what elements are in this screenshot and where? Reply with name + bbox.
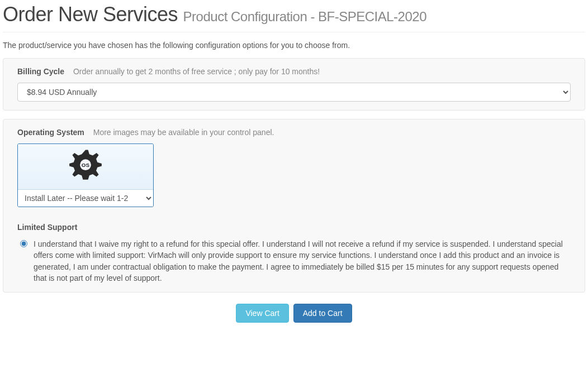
support-label: Limited Support — [17, 223, 571, 232]
page-title-main: Order New Services — [3, 3, 178, 26]
os-card: OS Install Later -- Please wait 1-2 — [17, 143, 154, 207]
divider — [3, 32, 585, 32]
gear-os-icon: OS — [61, 146, 110, 188]
billing-panel: Billing Cycle Order annually to get 2 mo… — [3, 58, 585, 111]
os-select[interactable]: Install Later -- Please wait 1-2 — [18, 190, 153, 207]
support-agree-radio[interactable] — [20, 240, 27, 247]
os-hint: More images may be available in your con… — [93, 128, 274, 137]
os-image-area: OS — [18, 144, 153, 190]
page-subtitle: Product Configuration - BF-SPECIAL-2020 — [183, 9, 426, 24]
view-cart-button[interactable]: View Cart — [236, 304, 288, 323]
page-title: Order New Services Product Configuration… — [3, 3, 585, 26]
billing-cycle-select[interactable]: $8.94 USD Annually — [17, 83, 571, 102]
billing-hint: Order annually to get 2 months of free s… — [73, 67, 320, 76]
svg-text:OS: OS — [82, 162, 90, 168]
os-label: Operating System — [17, 128, 84, 137]
config-panel: Operating System More images may be avai… — [3, 119, 585, 293]
support-agreement-text: I understand that I waive my right to a … — [34, 238, 571, 284]
support-agreement-row: I understand that I waive my right to a … — [17, 238, 571, 284]
billing-label: Billing Cycle — [17, 67, 64, 76]
intro-text: The product/service you have chosen has … — [3, 41, 585, 50]
actions-bar: View Cart Add to Cart — [3, 304, 585, 323]
add-to-cart-button[interactable]: Add to Cart — [293, 304, 352, 323]
